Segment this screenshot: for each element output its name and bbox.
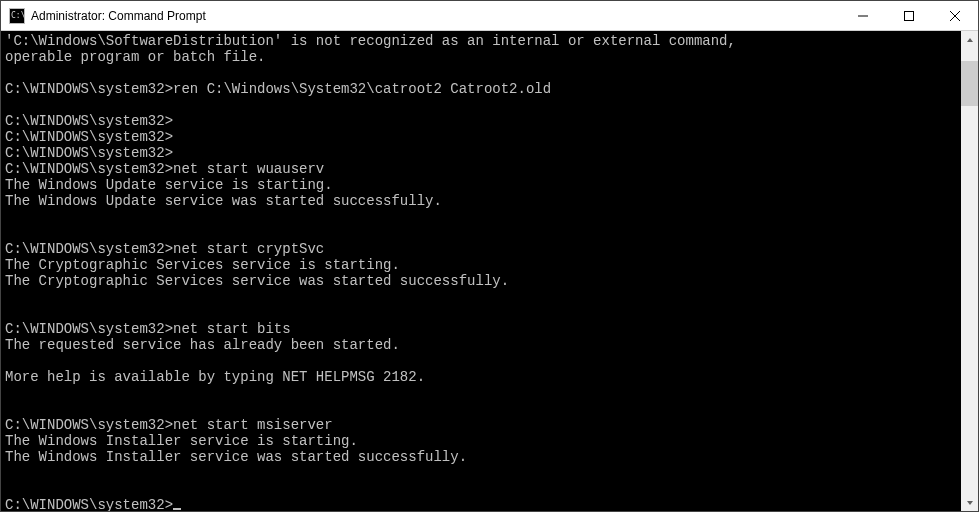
console-line: C:\WINDOWS\system32> bbox=[5, 129, 961, 145]
svg-marker-8 bbox=[967, 501, 973, 505]
console-line: operable program or batch file. bbox=[5, 49, 961, 65]
console-output[interactable]: 'C:\Windows\SoftwareDistribution' is not… bbox=[1, 31, 961, 511]
console-line: C:\WINDOWS\system32>net start msiserver bbox=[5, 417, 961, 433]
console-line: C:\WINDOWS\system32> bbox=[5, 145, 961, 161]
console-line bbox=[5, 465, 961, 481]
console-line: C:\WINDOWS\system32>net start cryptSvc bbox=[5, 241, 961, 257]
vertical-scrollbar[interactable] bbox=[961, 31, 978, 511]
console-line: The Cryptographic Services service is st… bbox=[5, 257, 961, 273]
console-line bbox=[5, 97, 961, 113]
console-line bbox=[5, 481, 961, 497]
console-line: The Windows Installer service was starte… bbox=[5, 449, 961, 465]
console-line: The Windows Update service was started s… bbox=[5, 193, 961, 209]
console-line bbox=[5, 353, 961, 369]
console-line: The requested service has already been s… bbox=[5, 337, 961, 353]
scrollbar-thumb[interactable] bbox=[961, 61, 978, 106]
console-line: C:\WINDOWS\system32>net start bits bbox=[5, 321, 961, 337]
console-line bbox=[5, 401, 961, 417]
text-cursor bbox=[173, 508, 181, 510]
minimize-button[interactable] bbox=[840, 1, 886, 30]
console-line: The Windows Update service is starting. bbox=[5, 177, 961, 193]
console-line: C:\WINDOWS\system32> bbox=[5, 497, 961, 511]
console-line bbox=[5, 385, 961, 401]
scroll-up-button[interactable] bbox=[961, 31, 978, 48]
console-line: The Cryptographic Services service was s… bbox=[5, 273, 961, 289]
console-line bbox=[5, 65, 961, 81]
console-line: The Windows Installer service is startin… bbox=[5, 433, 961, 449]
cmd-icon: C:\ bbox=[9, 8, 25, 24]
console-line bbox=[5, 289, 961, 305]
console-line: More help is available by typing NET HEL… bbox=[5, 369, 961, 385]
svg-text:C:\: C:\ bbox=[11, 11, 25, 20]
window-controls bbox=[840, 1, 978, 30]
client-area: 'C:\Windows\SoftwareDistribution' is not… bbox=[1, 31, 978, 511]
console-line: C:\WINDOWS\system32>ren C:\Windows\Syste… bbox=[5, 81, 961, 97]
titlebar[interactable]: C:\ Administrator: Command Prompt bbox=[1, 1, 978, 31]
close-button[interactable] bbox=[932, 1, 978, 30]
svg-marker-7 bbox=[967, 38, 973, 42]
console-line bbox=[5, 209, 961, 225]
window-frame: C:\ Administrator: Command Prompt 'C:\Wi… bbox=[0, 0, 979, 512]
console-line: 'C:\Windows\SoftwareDistribution' is not… bbox=[5, 33, 961, 49]
console-line: C:\WINDOWS\system32>net start wuauserv bbox=[5, 161, 961, 177]
svg-rect-4 bbox=[905, 11, 914, 20]
window-title: Administrator: Command Prompt bbox=[31, 9, 206, 23]
console-line bbox=[5, 305, 961, 321]
scroll-down-button[interactable] bbox=[961, 494, 978, 511]
console-line bbox=[5, 225, 961, 241]
console-line: C:\WINDOWS\system32> bbox=[5, 113, 961, 129]
maximize-button[interactable] bbox=[886, 1, 932, 30]
scrollbar-track[interactable] bbox=[961, 48, 978, 494]
